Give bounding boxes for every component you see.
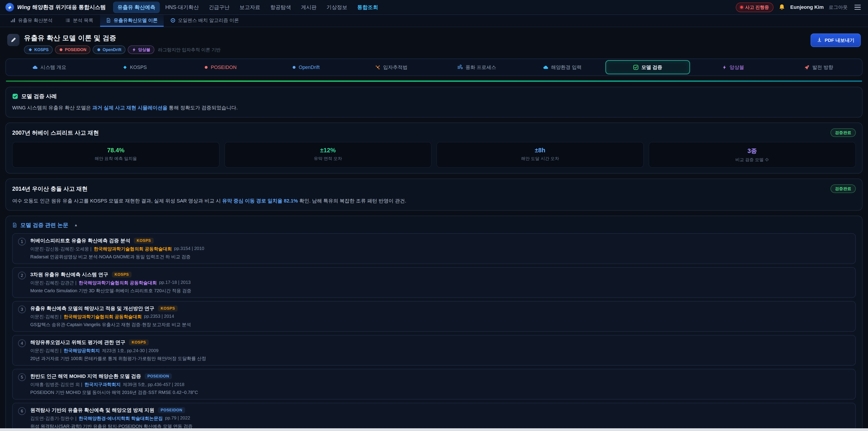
nav-item[interactable]: 통합조회 — [352, 2, 382, 13]
model-badge-icon — [97, 48, 101, 52]
model-tab[interactable]: KOSPS — [93, 60, 177, 74]
model-tab-label: 모델 검증 — [641, 64, 662, 70]
model-tab[interactable]: POSEIDON — [178, 60, 262, 74]
paper-venue-link[interactable]: 한국해양공학회지 — [64, 348, 100, 354]
paper-description: GS칼텍스 송유관·Captain Vangelis 유출사고 재현 검증·현장… — [30, 321, 191, 328]
paper-row[interactable]: 1 허베이스피리트호 유출유 확산예측 검증 분석 KOSPS 이문진·강신동·… — [12, 233, 856, 264]
paper-number: 6 — [18, 407, 26, 415]
paper-title[interactable]: 허베이스피리트호 유출유 확산예측 검증 분석 — [30, 237, 130, 244]
stat-label: 비교 검증 모델 수 — [735, 157, 769, 163]
nav-item-label: 기상정보 — [327, 4, 347, 10]
nav-item[interactable]: 게시판 — [296, 2, 321, 13]
subtab-label: 유출유확산모델 이론 — [114, 17, 158, 24]
paper-pages-year: pp.17-18 | 2013 — [159, 280, 191, 286]
paper-authors: 이문진·강신동·김혜진·오세웅 | — [30, 246, 92, 252]
paper-title[interactable]: 유출유 확산예측 모델의 해양사고 적용 및 개선방안 연구 — [30, 305, 154, 312]
nav-item[interactable]: 보고자료 — [235, 2, 265, 13]
paper-venue-link[interactable]: 한국지구과학회지 — [85, 381, 121, 388]
model-tab[interactable]: 시스템 개요 — [7, 60, 91, 74]
papers-card: 모델 검증 관련 논문 ▲ 1 허베이스피리트호 유출유 확산예측 검증 분석 … — [5, 216, 863, 431]
paper-title[interactable]: 한반도 인근 해역 MOHID 지역 해양순환 모델 검증 — [30, 373, 141, 380]
menu-icon[interactable] — [852, 3, 863, 11]
paper-number: 5 — [18, 373, 26, 381]
model-tab[interactable]: 모델 검증 — [606, 60, 690, 74]
document-icon — [12, 223, 17, 227]
stat-label: 해안 도달 시간 오차 — [521, 156, 559, 162]
download-icon — [817, 37, 822, 43]
paper-title[interactable]: 해양유류오염사고 위해도 평가에 관한 연구 — [30, 339, 125, 346]
topnav-right: 사고 진행중 Eunjeong Kim 로그아웃 — [736, 2, 863, 12]
model-badge-icon — [132, 48, 136, 52]
paper-pages-year: pp.2353 | 2014 — [144, 314, 174, 320]
model-tab[interactable]: 발전 방향 — [777, 60, 861, 74]
paper-authors: 이재홍·임병준·김도연 외 | — [30, 381, 82, 388]
model-tab-label: 시스템 개요 — [40, 64, 66, 70]
model-tab[interactable]: 풍화 프로세스 — [435, 60, 519, 74]
model-tab-label: 앙상블 — [730, 64, 744, 70]
check-square-icon — [12, 93, 18, 99]
notifications-bell-icon[interactable] — [778, 4, 785, 11]
paper-title[interactable]: 3차원 유출유 확산예측 시스템 연구 — [30, 271, 108, 278]
model-tab-icon — [32, 65, 38, 70]
model-badge: POSEIDON — [55, 45, 90, 54]
case-card-hebei: 2007년 허베이 스피리트 사고 재현 검증완료 78.4% 해안 표착 예측… — [5, 123, 863, 174]
stat-value: 78.4% — [107, 147, 125, 154]
paper-venue-link[interactable]: 한국해양과학기술협의회 공동학술대회 — [64, 314, 142, 320]
nav-item[interactable]: 긴급구난 — [204, 2, 234, 13]
paper-model-badge: KOSPS — [134, 238, 154, 244]
model-badge-icon — [28, 48, 33, 52]
nav-item[interactable]: 항공탐색 — [266, 2, 296, 13]
papers-header-toggle[interactable]: 모델 검증 관련 논문 ▲ — [12, 221, 856, 229]
subtab-icon — [170, 18, 176, 23]
subtab[interactable]: 유출유확산모델 이론 — [100, 15, 164, 27]
papers-section-title: 모델 검증 관련 논문 — [20, 221, 68, 229]
paper-venue-link[interactable]: 한국해양과학기술협의회 공동학술대회 — [79, 280, 157, 286]
subtab-icon — [106, 18, 111, 23]
model-tab[interactable]: 앙상블 — [691, 60, 775, 74]
model-badge-label: OpenDrift — [103, 48, 121, 52]
nav-item-label: 긴급구난 — [209, 4, 229, 10]
case-title: 2014년 우이산 충돌 사고 재현 — [12, 185, 88, 192]
model-tab[interactable]: 입자추적법 — [349, 60, 433, 74]
stat-value: ±12% — [320, 147, 336, 154]
paper-model-badge: KOSPS — [158, 306, 178, 311]
model-tab-icon — [804, 65, 810, 70]
paper-venue-link[interactable]: 한국해양과학기술협의회 공동학술대회 — [94, 246, 172, 252]
nav-item-label: 유출유 확산예측 — [118, 4, 155, 10]
paper-row[interactable]: 5 한반도 인근 해역 MOHID 지역 해양순환 모델 검증 POSEIDON… — [12, 369, 856, 400]
subtab-icon — [10, 18, 16, 23]
model-tab-bar: 시스템 개요 KOSPS POSEIDON OpenDrift 입자추적법 풍화… — [5, 59, 863, 76]
stat-value: 3종 — [747, 147, 757, 155]
paper-number: 4 — [18, 339, 26, 347]
incident-status-badge[interactable]: 사고 진행중 — [736, 2, 774, 12]
logout-button[interactable]: 로그아웃 — [829, 4, 848, 10]
paper-pages-year: pp.79 | 2022 — [165, 415, 190, 422]
pdf-export-button[interactable]: PDF 내보내기 — [811, 33, 861, 47]
intro-highlight-link[interactable]: 과거 실제 사고 재현 시뮬레이션을 — [92, 105, 167, 111]
nav-item[interactable]: 기상정보 — [322, 2, 352, 13]
nav-item[interactable]: HNS·대기확산 — [161, 2, 203, 13]
nav-item-label: 항공탐색 — [270, 4, 291, 10]
model-tab-label: 발전 방향 — [812, 64, 833, 70]
model-badge: 앙상블 — [128, 45, 154, 54]
model-tab-icon — [292, 65, 296, 69]
subtab[interactable]: 분석 목록 — [59, 15, 99, 27]
model-tab[interactable]: OpenDrift — [264, 60, 348, 74]
paper-row[interactable]: 4 해양유류오염사고 위해도 평가에 관한 연구 KOSPS 이문진·김혜진 |… — [12, 335, 856, 366]
collapse-arrow-icon[interactable]: ▲ — [74, 223, 78, 227]
paper-number: 2 — [18, 272, 26, 279]
paper-row[interactable]: 2 3차원 유출유 확산예측 시스템 연구 KOSPS 이문진·김혜진·강관근 … — [12, 267, 856, 298]
validation-intro-card: 모델 검증 사례 WING 시스템의 유출유 확산 모델은 과거 실제 사고 재… — [5, 87, 863, 118]
horizontal-scrollbar[interactable] — [0, 428, 868, 431]
paper-row[interactable]: 3 유출유 확산예측 모델의 해양사고 적용 및 개선방안 연구 KOSPS 이… — [12, 301, 856, 332]
model-tab[interactable]: 해양환경 입력 — [520, 60, 604, 74]
model-badge: KOSPS — [24, 45, 53, 54]
nav-item[interactable]: 유출유 확산예측 — [113, 2, 160, 13]
paper-venue-link[interactable]: 한국해양환경·에너지학회 학술대회논문집 — [79, 415, 163, 422]
app-logo[interactable]: Wing 해양환경 위기대응 통합시스템 — [5, 3, 106, 11]
subtab[interactable]: 오일펜스 배치 알고리즘 이론 — [164, 15, 245, 27]
paper-row[interactable]: 6 원격탐사 기반의 유출유 확산예측 및 해양오염 방제 지원 POSEIDO… — [12, 403, 856, 431]
case-title: 2007년 허베이 스피리트 사고 재현 — [12, 129, 99, 136]
paper-title[interactable]: 원격탐사 기반의 유출유 확산예측 및 해양오염 방제 지원 — [30, 407, 154, 413]
subtab[interactable]: 유출유 확산분석 — [4, 15, 59, 27]
